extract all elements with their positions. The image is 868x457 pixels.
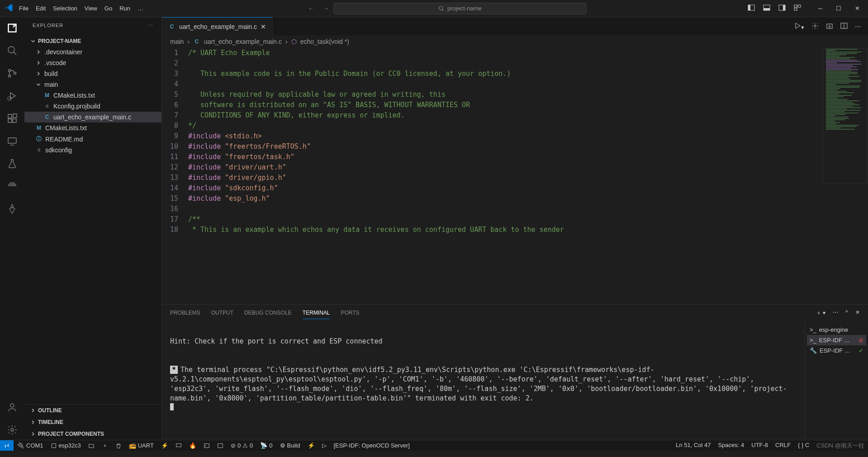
flask-icon[interactable] <box>7 158 18 169</box>
settings-icon[interactable] <box>811 22 819 31</box>
panel-tab-ports[interactable]: PORTS <box>341 307 359 319</box>
search-icon <box>438 5 445 12</box>
code-editor[interactable]: 123456789101112131415161718 /* UART Echo… <box>162 48 868 304</box>
explorer-icon[interactable] <box>7 23 18 33</box>
terminal-item[interactable]: 🔧ESP-IDF … ✓ <box>807 345 866 356</box>
folder-.vscode[interactable]: .vscode <box>24 57 161 68</box>
sidebar: EXPLORER ⋯ PROJECT-NAME .devcontainer.vs… <box>24 17 162 440</box>
live-icon[interactable] <box>7 181 18 192</box>
command-search[interactable]: project-name <box>333 3 587 14</box>
gear-status[interactable] <box>98 440 112 451</box>
menu-selection[interactable]: Selection <box>49 3 81 14</box>
c-file-icon: C <box>193 38 200 45</box>
project-root[interactable]: PROJECT-NAME <box>24 36 161 47</box>
section-outline[interactable]: OUTLINE <box>24 405 161 416</box>
gear-icon[interactable] <box>7 424 18 435</box>
menu-run[interactable]: Run <box>116 3 134 14</box>
term-icon[interactable] <box>200 440 213 451</box>
svg-rect-7 <box>798 5 801 7</box>
debug-icon[interactable] <box>7 90 18 101</box>
folder-status[interactable] <box>85 440 98 451</box>
svg-rect-31 <box>218 443 223 448</box>
svg-rect-16 <box>8 119 12 122</box>
svg-point-22 <box>11 429 14 431</box>
menu-file[interactable]: File <box>15 3 32 14</box>
remote-indicator[interactable] <box>0 440 14 451</box>
encoding-status[interactable]: UTF-8 <box>748 442 772 448</box>
section-timeline[interactable]: TIMELINE <box>24 416 161 428</box>
layout-right-icon[interactable] <box>778 4 786 13</box>
terminal-list: >_esp-engine>_ESP-IDF … ⊘🔧ESP-IDF … ✓ <box>805 321 868 440</box>
minimap[interactable] <box>823 48 868 184</box>
close-icon[interactable]: ✕ <box>855 5 860 12</box>
term2-icon[interactable] <box>213 440 227 451</box>
minimize-icon[interactable]: ─ <box>818 5 822 12</box>
panel-tab-problems[interactable]: PROBLEMS <box>170 307 200 319</box>
terminal-output[interactable]: Hint: Check if the port is correct and E… <box>162 321 805 440</box>
nav-back-icon[interactable]: ← <box>308 5 314 12</box>
errors-status[interactable]: ⊘ 0 ⚠ 0 <box>227 440 256 451</box>
account-icon[interactable] <box>7 402 18 413</box>
more-icon[interactable]: ⋯ <box>148 23 153 28</box>
breadcrumb[interactable]: main › C uart_echo_example_main.c › ⬡ ec… <box>162 35 868 48</box>
menu-view[interactable]: View <box>81 3 101 14</box>
archive-icon[interactable] <box>826 22 833 31</box>
panel-tab-output[interactable]: OUTPUT <box>211 307 233 319</box>
uart-status[interactable]: 📻 UART <box>125 440 157 451</box>
tab-close-icon[interactable]: ✕ <box>261 23 266 30</box>
fire-icon[interactable]: 🔥 <box>185 440 200 451</box>
new-terminal-icon[interactable]: ＋ ▾ <box>816 309 825 317</box>
spaces-status[interactable]: Spaces: 4 <box>714 442 748 448</box>
layout-left-icon[interactable] <box>748 4 755 13</box>
file-README.md[interactable]: ⓘREADME.md <box>24 133 161 145</box>
remote-icon[interactable] <box>7 136 18 146</box>
git-icon[interactable] <box>7 68 18 79</box>
flash-action[interactable]: ⚡ <box>304 440 318 451</box>
file-CMakeLists.txt[interactable]: MCMakeLists.txt <box>24 122 161 133</box>
folder-main[interactable]: main <box>24 79 161 90</box>
folder-.devcontainer[interactable]: .devcontainer <box>24 47 161 57</box>
cursor-status[interactable]: Ln 51, Col 47 <box>672 442 714 448</box>
layout-custom-icon[interactable] <box>794 4 801 13</box>
section-project components[interactable]: PROJECT COMPONENTS <box>24 428 161 440</box>
eol-status[interactable]: CRLF <box>772 442 794 448</box>
menu-…[interactable]: … <box>134 3 147 14</box>
panel-tab-debug console[interactable]: DEBUG CONSOLE <box>244 307 292 319</box>
split-icon[interactable] <box>840 22 848 31</box>
monitor-icon[interactable] <box>172 440 185 451</box>
menu-edit[interactable]: Edit <box>32 3 49 14</box>
search-icon[interactable] <box>7 45 18 56</box>
panel-tab-terminal[interactable]: TERMINAL <box>303 307 330 319</box>
menu-go[interactable]: Go <box>101 3 116 14</box>
more-tab-icon[interactable]: ⋯ <box>855 23 861 30</box>
more-panel-icon[interactable]: ⋯ <box>833 309 838 317</box>
extensions-icon[interactable] <box>7 113 18 124</box>
lang-status[interactable]: { } C <box>794 442 813 448</box>
port-status[interactable]: 🔌 COM1 <box>14 440 47 451</box>
build-status[interactable]: ⚙ Build <box>276 440 304 451</box>
terminal-item[interactable]: >_esp-engine <box>807 325 866 335</box>
file-tab[interactable]: C uart_echo_example_main.c ✕ <box>162 17 273 35</box>
file-sdkconfig[interactable]: ≡sdkconfig <box>24 145 161 155</box>
flash-icon[interactable]: ⚡ <box>157 440 172 451</box>
openocd-status[interactable]: [ESP-IDF: OpenOCD Server] <box>330 440 413 451</box>
file-Kconfig.projbuild[interactable]: ≡Kconfig.projbuild <box>24 101 161 112</box>
trash-status[interactable] <box>112 440 125 451</box>
esp-icon[interactable] <box>7 203 18 214</box>
maximize-icon[interactable]: ☐ <box>836 5 841 12</box>
play-action[interactable]: ▷ <box>318 440 330 451</box>
close-panel-icon[interactable]: ✕ <box>855 309 860 317</box>
watermark: CSDN @南天一柱 <box>813 442 868 450</box>
svg-point-23 <box>814 25 816 27</box>
bottom-panel: PROBLEMSOUTPUTDEBUG CONSOLETERMINALPORTS… <box>162 304 868 440</box>
chip-status[interactable]: esp32c3 <box>47 440 85 451</box>
layout-bottom-icon[interactable] <box>763 4 770 13</box>
folder-build[interactable]: build <box>24 68 161 79</box>
maximize-panel-icon[interactable]: ^ <box>845 309 848 317</box>
file-uart_echo_example_main.c[interactable]: Cuart_echo_example_main.c <box>24 112 161 122</box>
terminal-item[interactable]: >_ESP-IDF … ⊘ <box>807 335 866 345</box>
nav-forward-icon[interactable]: → <box>323 5 329 12</box>
run-icon[interactable]: ▾ <box>794 22 804 31</box>
file-CMakeLists.txt[interactable]: MCMakeLists.txt <box>24 90 161 101</box>
radio-status[interactable]: 📡 0 <box>256 440 276 451</box>
